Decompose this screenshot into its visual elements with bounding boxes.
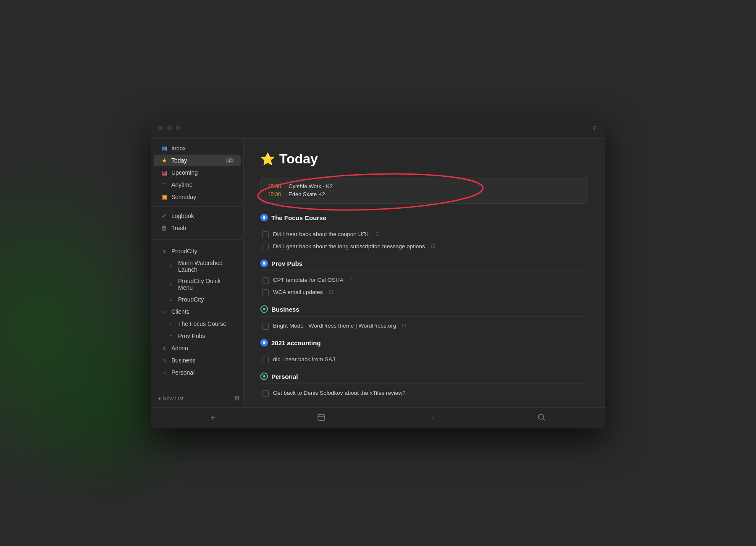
task-saj[interactable]: did I hear back from SAJ [260, 354, 588, 366]
sidebar-item-proudcity2[interactable]: ○ ProudCity [154, 294, 241, 305]
section-prov-pubs: Prov Pubs [260, 260, 588, 271]
personal-section-icon [260, 373, 268, 380]
close-button[interactable] [158, 125, 163, 131]
page-title: Today [279, 151, 318, 167]
sidebar-item-marin[interactable]: ○ Marin Watershed Launch [154, 257, 241, 275]
prov-pubs-section-title: Prov Pubs [271, 260, 302, 267]
event-name-1: Cynthia Work - K2 [289, 183, 333, 189]
section-focus-course: The Focus Course [260, 214, 588, 225]
sidebar-item-admin[interactable]: ○ Admin [154, 342, 241, 354]
task-text-6: did I hear back from SAJ [273, 356, 335, 362]
task-denis[interactable]: Get back to Denis Solodkov about the xTi… [260, 387, 588, 399]
personal-section-title: Personal [271, 373, 298, 380]
accounting-section-icon [260, 339, 268, 346]
calendar-section: 15:30 Cynthia Work - K2 15:30 Eden Skate… [260, 177, 588, 204]
sidebar-item-logbook[interactable]: ✓ Logbook [154, 210, 241, 222]
marin-icon: ○ [167, 262, 175, 270]
sidebar-item-someday[interactable]: ▣ Someday [154, 191, 241, 203]
task-text-1: Did I hear back about the coupon URL [273, 231, 370, 237]
anytime-icon: ≡ [160, 181, 168, 189]
task-wca-email[interactable]: WCA email updates ⊡ [260, 286, 588, 299]
logbook-icon: ✓ [160, 212, 168, 220]
trash-icon: 🗑 [160, 224, 168, 232]
upcoming-icon: ▦ [160, 169, 168, 176]
sidebar-item-personal-label: Personal [171, 369, 194, 376]
sidebar-item-upcoming[interactable]: ▦ Upcoming [154, 167, 241, 178]
sidebar-item-clients-label: Clients [171, 308, 189, 315]
traffic-lights [158, 125, 181, 131]
bottom-toolbar: + → [151, 407, 605, 428]
focus-course-section-title: The Focus Course [271, 214, 326, 221]
sidebar-item-personal[interactable]: ○ Personal [154, 367, 241, 378]
note-icon-1: ⊡ [375, 231, 380, 237]
business-icon: ○ [160, 357, 168, 364]
sidebar-item-admin-label: Admin [171, 345, 188, 352]
sidebar-item-trash-label: Trash [171, 225, 186, 231]
main-content: ⭐ Today 15:30 Cynthia Work - K2 15:30 Ed… [244, 139, 605, 407]
accounting-section-title: 2021 accounting [271, 339, 321, 346]
sidebar-item-trash[interactable]: 🗑 Trash [154, 222, 241, 234]
task-coupon-url[interactable]: Did I hear back about the coupon URL ⊡ [260, 228, 588, 241]
task-checkbox-4[interactable] [262, 289, 269, 296]
sidebar-areas-section: ○ ProudCity ○ Marin Watershed Launch ○ P… [151, 242, 243, 382]
note-icon-3: ⊡ [349, 277, 354, 283]
focus-course-icon: ○ [167, 320, 175, 328]
section-business: Business [260, 305, 588, 317]
task-checkbox-1[interactable] [262, 231, 269, 238]
sidebar-item-clients[interactable]: ○ Clients [154, 306, 241, 318]
maximize-button[interactable] [176, 125, 181, 131]
task-bright-mode[interactable]: Bright Mode - WordPress theme | WordPres… [260, 320, 588, 332]
minimize-button[interactable] [167, 125, 172, 131]
event-time-2: 15:30 [268, 191, 284, 197]
proudcity-menu-icon: ○ [167, 281, 175, 288]
sidebar-item-anytime-label: Anytime [171, 181, 193, 188]
today-icon: ★ [160, 157, 168, 164]
task-checkbox-7[interactable] [262, 390, 269, 397]
search-button[interactable] [533, 410, 550, 426]
prov-pubs-icon: ○ [167, 332, 175, 340]
filter-icon[interactable]: ⚙ [234, 394, 240, 402]
task-text-4: WCA email updates [273, 289, 323, 295]
sidebar: ▦ Inbox ★ Today 7 ▦ Upcoming ≡ Anytime [151, 139, 244, 407]
add-task-button[interactable]: + [206, 411, 219, 425]
sidebar-item-today-label: Today [171, 157, 187, 164]
calendar-event-2[interactable]: 15:30 Eden Skate K2 [268, 190, 581, 198]
sidebar-item-proudcity-menu[interactable]: ○ ProudCity Quick Menu [154, 276, 241, 293]
app-window: ⧉ ▦ Inbox ★ Today 7 ▦ Upcoming [151, 118, 605, 428]
calendar-event-1[interactable]: 15:30 Cynthia Work - K2 [268, 182, 581, 190]
sidebar-item-anytime[interactable]: ≡ Anytime [154, 179, 241, 191]
new-list-button[interactable]: + New List [155, 394, 187, 403]
move-button[interactable]: → [423, 411, 439, 425]
calendar-icon [317, 413, 326, 421]
task-text-5: Bright Mode - WordPress theme | WordPres… [273, 323, 396, 329]
task-subscription-message[interactable]: Did I gear back about the long subscript… [260, 241, 588, 253]
task-checkbox-6[interactable] [262, 357, 269, 363]
task-checkbox-5[interactable] [262, 323, 269, 330]
admin-icon: ○ [160, 344, 168, 352]
sidebar-item-marin-label: Marin Watershed Launch [178, 260, 234, 273]
section-personal-main: Personal [260, 373, 588, 384]
sidebar-item-focus-course-label: The Focus Course [178, 320, 226, 327]
titlebar: ⧉ [151, 118, 605, 139]
task-cpt-template[interactable]: CPT template for Cal OSHA ⊡ [260, 274, 588, 286]
sidebar-item-someday-label: Someday [171, 194, 196, 200]
sidebar-item-focus-course[interactable]: ○ The Focus Course [154, 318, 241, 330]
search-icon [537, 413, 546, 421]
sidebar-item-inbox[interactable]: ▦ Inbox [154, 142, 241, 154]
note-icon-5: ⊡ [402, 323, 406, 328]
page-title-emoji: ⭐ [260, 152, 275, 166]
sidebar-item-proudcity-label: ProudCity [171, 248, 197, 255]
sidebar-item-proudcity[interactable]: ○ ProudCity [154, 245, 241, 257]
task-checkbox-2[interactable] [262, 244, 269, 250]
sidebar-item-business[interactable]: ○ Business [154, 354, 241, 366]
task-text-2: Did I gear back about the long subscript… [273, 243, 425, 249]
sidebar-item-prov-pubs[interactable]: ○ Prov Pubs [154, 330, 241, 342]
task-checkbox-3[interactable] [262, 277, 269, 284]
sidebar-item-today[interactable]: ★ Today 7 [154, 155, 241, 166]
business-section-title: Business [271, 306, 299, 313]
calendar-button[interactable] [313, 410, 330, 426]
event-name-2: Eden Skate K2 [289, 191, 325, 197]
note-icon-2: ⊡ [431, 243, 435, 249]
app-body: ▦ Inbox ★ Today 7 ▦ Upcoming ≡ Anytime [151, 139, 605, 407]
window-action-icon[interactable]: ⧉ [593, 124, 598, 132]
